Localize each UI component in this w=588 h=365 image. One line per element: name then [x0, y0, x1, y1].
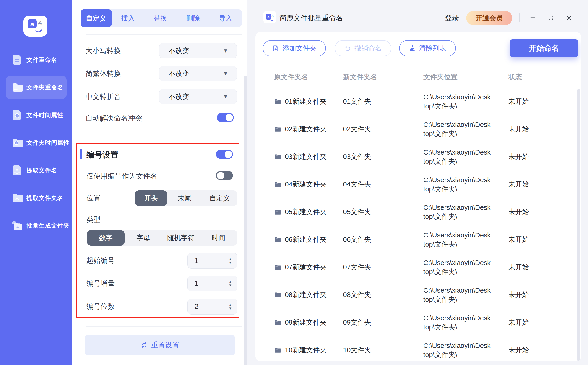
vip-button[interactable]: 开通会员 [466, 11, 512, 25]
type-option-number[interactable]: 数字 [87, 230, 124, 246]
pinyin-select[interactable]: 不改变 ▼ [159, 89, 237, 104]
sidebar-item-extract-filename[interactable]: 提取文件名 [0, 158, 72, 182]
folder-path-line1: C:\Users\xiaoyin\Desk [423, 120, 508, 129]
folder-path-line1: C:\Users\xiaoyin\Desk [423, 341, 508, 350]
file-list-scrollbar[interactable] [577, 89, 581, 361]
folder-path-line1: C:\Users\xiaoyin\Desk [423, 258, 508, 267]
table-row[interactable]: 06新建文件夹 06文件夹 C:\Users\xiaoyin\Desk top\… [255, 226, 581, 253]
undo-rename-button[interactable]: 撤销命名 [335, 40, 391, 56]
table-row[interactable]: 02新建文件夹 02文件夹 C:\Users\xiaoyin\Desk top\… [255, 115, 581, 143]
original-folder-name: 01新建文件夹 [285, 97, 327, 106]
clear-list-button[interactable]: 清除列表 [399, 40, 456, 56]
new-folder-name: 01文件夹 [343, 97, 423, 106]
minimize-button[interactable] [528, 13, 538, 23]
svg-text:A: A [272, 14, 274, 17]
sidebar-item-label: 文件夹时间属性 [27, 139, 69, 147]
svg-text:a: a [30, 20, 34, 28]
type-option-letter[interactable]: 字母 [124, 230, 162, 246]
status-badge: 未开始 [508, 318, 581, 327]
status-badge: 未开始 [508, 97, 581, 106]
sidebar-item-folder-rename[interactable]: 文件夹重命名 [0, 76, 72, 99]
sidebar-item-file-time[interactable]: 文件时间属性 [0, 103, 72, 127]
position-option-end[interactable]: 末尾 [167, 190, 202, 206]
table-row[interactable]: 05新建文件夹 05文件夹 C:\Users\xiaoyin\Desk top\… [255, 198, 581, 226]
original-name-cell: 10新建文件夹 [274, 345, 343, 355]
folder-list: 01新建文件夹 01文件夹 C:\Users\xiaoyin\Desk top\… [255, 88, 581, 361]
folder-path-line2: top\文件夹\ [423, 350, 508, 359]
section-accent-bar [80, 149, 82, 159]
digits-field: ▲▼ [187, 299, 237, 315]
close-button[interactable] [564, 13, 574, 23]
app-logo-icon: a A [265, 13, 274, 22]
original-folder-name: 04新建文件夹 [285, 180, 327, 189]
tab-import[interactable]: 导入 [209, 9, 242, 27]
tab-delete[interactable]: 删除 [177, 9, 209, 27]
folder-path-line2: top\文件夹\ [423, 129, 508, 138]
folder-path-line2: top\文件夹\ [423, 157, 508, 166]
login-button[interactable]: 登录 [445, 13, 459, 23]
stepper-arrows-icon[interactable]: ▲▼ [229, 257, 232, 264]
numbering-section-highlight: 编号设置 仅使用编号作为文件名 位置 开头 末尾 自定义 类型 数字 字母 随机… [76, 143, 239, 318]
chevron-down-icon: ▼ [223, 48, 228, 54]
new-folder-name: 07文件夹 [343, 262, 423, 272]
table-row[interactable]: 08新建文件夹 08文件夹 C:\Users\xiaoyin\Desk top\… [255, 281, 581, 309]
sidebar-item-extract-foldername[interactable]: 提取文件夹名 [0, 186, 72, 210]
stepper-arrows-icon[interactable]: ▲▼ [229, 303, 232, 310]
svg-text:a: a [267, 15, 270, 19]
tab-replace[interactable]: 替换 [144, 9, 177, 27]
folder-path: C:\Users\xiaoyin\Desk top\文件夹\ [423, 175, 508, 194]
sidebar-item-folder-time[interactable]: 文件夹时间属性 [0, 131, 72, 154]
simplified-traditional-select[interactable]: 不改变 ▼ [159, 66, 237, 81]
increment-input[interactable] [188, 279, 217, 288]
only-number-toggle[interactable] [216, 171, 233, 180]
original-name-cell: 08新建文件夹 [274, 290, 343, 300]
position-option-custom[interactable]: 自定义 [202, 190, 237, 206]
simplified-traditional-value: 不改变 [169, 69, 223, 78]
position-option-start[interactable]: 开头 [135, 190, 167, 206]
auto-conflict-label: 自动解决命名冲突 [86, 113, 142, 123]
digits-input[interactable] [188, 302, 217, 311]
new-folder-name: 05文件夹 [343, 207, 423, 217]
start-rename-button[interactable]: 开始命名 [510, 39, 578, 57]
folder-path: C:\Users\xiaoyin\Desk top\文件夹\ [423, 203, 508, 221]
start-number-field: ▲▼ [187, 253, 237, 269]
tab-insert[interactable]: 插入 [112, 9, 144, 27]
auto-conflict-toggle[interactable] [217, 113, 234, 122]
table-row[interactable]: 04新建文件夹 04文件夹 C:\Users\xiaoyin\Desk top\… [255, 170, 581, 198]
new-folder-name: 03文件夹 [343, 152, 423, 161]
add-folder-button[interactable]: 添加文件夹 [263, 40, 326, 56]
table-row[interactable]: 07新建文件夹 07文件夹 C:\Users\xiaoyin\Desk top\… [255, 253, 581, 281]
reset-settings-button[interactable]: 重置设置 [85, 335, 235, 355]
case-convert-select[interactable]: 不改变 ▼ [159, 43, 237, 58]
folder-path-line1: C:\Users\xiaoyin\Desk [423, 92, 508, 102]
table-row[interactable]: 03新建文件夹 03文件夹 C:\Users\xiaoyin\Desk top\… [255, 143, 581, 170]
pinyin-value: 不改变 [169, 92, 223, 101]
table-row[interactable]: 01新建文件夹 01文件夹 C:\Users\xiaoyin\Desk top\… [255, 88, 581, 115]
type-option-random[interactable]: 随机字符 [162, 230, 200, 246]
table-row[interactable]: 09新建文件夹 09文件夹 C:\Users\xiaoyin\Desk top\… [255, 309, 581, 336]
numbering-enable-toggle[interactable] [216, 150, 233, 159]
original-folder-name: 09新建文件夹 [285, 318, 327, 327]
table-row[interactable]: 10新建文件夹 10文件夹 C:\Users\xiaoyin\Desk top\… [255, 336, 581, 361]
folder-path: C:\Users\xiaoyin\Desk top\文件夹\ [423, 120, 508, 138]
toggle-knob [217, 172, 224, 179]
minimize-icon [530, 15, 536, 21]
broom-icon [409, 45, 416, 52]
sidebar-item-batch-create-folder[interactable]: 批量生成文件夹 [0, 214, 72, 237]
settings-scrollbar[interactable] [244, 76, 247, 365]
window-title: 简鹿文件批量重命名 [279, 13, 343, 23]
maximize-button[interactable] [546, 13, 556, 23]
folder-path-line1: C:\Users\xiaoyin\Desk [423, 231, 508, 240]
stepper-arrows-icon[interactable]: ▲▼ [229, 280, 232, 287]
original-name-cell: 05新建文件夹 [274, 207, 343, 217]
folder-rename-icon [11, 82, 23, 93]
undo-icon [344, 45, 351, 52]
folder-time-icon [11, 137, 23, 149]
sidebar: a A 文件重命名 文件夹重命名 [0, 0, 72, 365]
folder-icon [274, 181, 282, 188]
type-option-time[interactable]: 时间 [199, 230, 237, 246]
start-number-input[interactable] [188, 257, 217, 265]
file-time-icon [11, 109, 23, 121]
tab-custom[interactable]: 自定义 [81, 9, 112, 27]
sidebar-item-file-rename[interactable]: 文件重命名 [0, 48, 72, 72]
